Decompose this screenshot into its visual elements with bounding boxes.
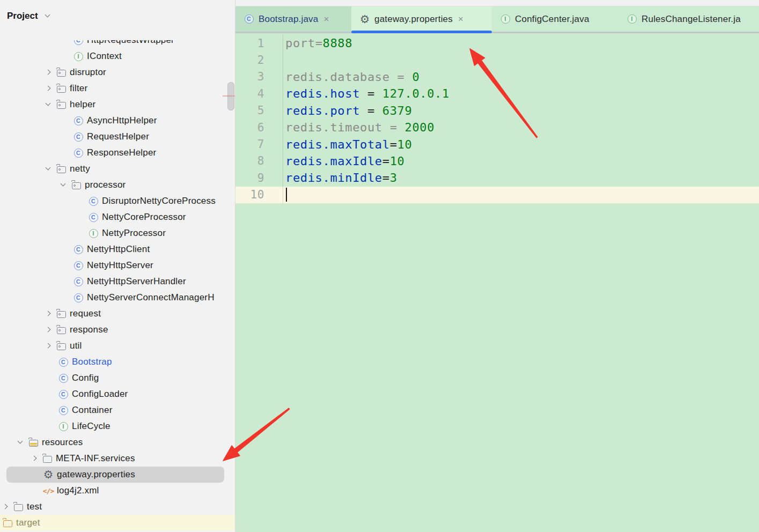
package-folder-icon <box>56 164 67 174</box>
tree-item-helper[interactable]: helper <box>0 97 235 113</box>
tab-configcenter-java[interactable]: I ConfigCenter.java <box>492 6 618 32</box>
tree-item-lifecycle[interactable]: I LifeCycle <box>0 418 235 434</box>
chevron-down-icon[interactable] <box>44 100 53 109</box>
tree-item-nettyserverconnectmanager[interactable]: C NettyServerConnectManagerH <box>0 290 235 306</box>
tab-gateway-properties[interactable]: ⚙ gateway.properties × <box>351 6 492 32</box>
code-line[interactable]: 9 redis.minIdle=3 <box>235 169 759 186</box>
code-line[interactable]: 1 port=8888 <box>235 35 759 51</box>
code-line[interactable]: 6 redis.timeout = 2000 <box>235 119 759 136</box>
interface-icon: I <box>73 51 84 62</box>
chevron-down-icon[interactable] <box>16 438 25 447</box>
tree-item-bootstrap[interactable]: C Bootstrap <box>0 354 235 370</box>
tree-item-disruptornettycoreprocessor[interactable]: C DisruptorNettyCoreProcess <box>0 193 235 209</box>
tree-item-nettycoreprocessor[interactable]: C NettyCoreProcessor <box>0 209 235 225</box>
class-icon: C <box>58 405 69 416</box>
code-line[interactable]: 7 redis.maxTotal=10 <box>235 136 759 152</box>
tree-item-configloader[interactable]: C ConfigLoader <box>0 386 235 402</box>
code-line[interactable]: 8 redis.maxIdle=10 <box>235 153 759 169</box>
tree-item-filter[interactable]: filter <box>0 80 235 97</box>
tree-item-config[interactable]: C Config <box>0 370 235 386</box>
class-icon: C <box>88 212 99 223</box>
project-views-chevron-icon[interactable] <box>43 12 52 20</box>
chevron-right-icon[interactable] <box>44 84 53 93</box>
tree-item-request[interactable]: request <box>0 306 235 322</box>
package-folder-icon <box>56 308 67 319</box>
tree-item-responsehelper[interactable]: C ResponseHelper <box>0 145 235 161</box>
code-text[interactable] <box>283 187 759 203</box>
folder-icon <box>13 501 24 512</box>
ide-window: C HttpRequestWrapper I IContext disrupto… <box>0 0 759 532</box>
tab-bar-top-strip <box>235 0 759 6</box>
chevron-right-icon[interactable] <box>44 309 53 318</box>
tree-item-nettyhttpserverhandler[interactable]: C NettyHttpServerHandler <box>0 274 235 290</box>
tree-item-response[interactable]: response <box>0 322 235 338</box>
code-line[interactable]: 4 redis.host = 127.0.0.1 <box>235 85 759 102</box>
tree-item-disruptor[interactable]: disruptor <box>0 64 235 80</box>
tree-item-util[interactable]: util <box>0 338 235 354</box>
tree-item-processor[interactable]: processor <box>0 177 235 193</box>
code-line-current[interactable]: 10 <box>235 187 759 203</box>
tree-item-requesthelper[interactable]: C RequestHelper <box>0 129 235 145</box>
tree-item-nettyprocessor[interactable]: I NettyProcessor <box>0 225 235 241</box>
chevron-right-icon[interactable] <box>30 454 39 463</box>
tree-item-httprequestwrapper[interactable]: C HttpRequestWrapper <box>0 40 235 48</box>
code-text[interactable]: redis.minIdle=3 <box>283 169 759 186</box>
tree-item-asynchttphelper[interactable]: C AsyncHttpHelper <box>0 113 235 129</box>
tree-item-container[interactable]: C Container <box>0 402 235 418</box>
code-text[interactable]: redis.host = 127.0.0.1 <box>283 85 759 102</box>
class-icon: C <box>58 373 69 383</box>
class-icon: C <box>73 276 84 287</box>
class-icon: C <box>73 115 84 126</box>
package-folder-icon <box>56 341 67 351</box>
tab-bootstrap-java[interactable]: C Bootstrap.java × <box>235 6 351 32</box>
chevron-right-icon[interactable] <box>44 68 53 77</box>
line-number: 1 <box>235 37 283 50</box>
tree-item-gateway-properties[interactable]: ⚙ gateway.properties <box>6 467 224 483</box>
code-line[interactable]: 2 <box>235 51 759 68</box>
tree-item-resources[interactable]: resources <box>0 434 235 450</box>
code-editor[interactable]: 1 port=8888 2 3 redis.database = 0 4 red… <box>235 33 759 532</box>
code-line[interactable]: 3 redis.database = 0 <box>235 69 759 85</box>
class-icon: C <box>73 147 84 158</box>
class-icon: C <box>73 260 84 271</box>
tree-item-nettyhttpserver[interactable]: C NettyHttpServer <box>0 257 235 274</box>
package-folder-icon <box>56 67 67 78</box>
project-panel: C HttpRequestWrapper I IContext disrupto… <box>0 0 235 532</box>
chevron-down-icon[interactable] <box>59 181 68 189</box>
code-text[interactable]: redis.database = 0 <box>283 69 759 85</box>
tree-item-netty[interactable]: netty <box>0 161 235 177</box>
tree-item-log4j2-xml[interactable]: </> log4j2.xml <box>0 483 235 499</box>
code-text[interactable]: port=8888 <box>283 35 759 51</box>
interface-icon: I <box>58 421 69 432</box>
chevron-right-icon[interactable] <box>1 503 10 511</box>
tree-item-icontext[interactable]: I IContext <box>0 48 235 64</box>
close-icon[interactable]: × <box>323 14 329 24</box>
close-icon[interactable]: × <box>458 14 463 24</box>
code-text[interactable] <box>283 51 759 68</box>
tree-item-meta-inf-services[interactable]: META-INF.services <box>0 450 235 467</box>
code-text[interactable]: redis.timeout = 2000 <box>283 119 759 136</box>
tree-item-nettyhttpclient[interactable]: C NettyHttpClient <box>0 241 235 257</box>
chevron-down-icon[interactable] <box>44 165 53 173</box>
tree-item-target[interactable]: target <box>0 515 235 531</box>
interface-icon: I <box>500 14 511 25</box>
folder-icon <box>42 453 53 464</box>
class-icon: C <box>88 196 99 206</box>
tab-ruleschangelistener-java[interactable]: I RulesChangeListener.ja <box>618 6 759 32</box>
line-number: 7 <box>235 138 283 151</box>
code-text[interactable]: redis.maxIdle=10 <box>283 153 759 169</box>
editor-area: C Bootstrap.java × ⚙ gateway.properties … <box>235 0 759 532</box>
class-icon: C <box>244 14 254 25</box>
code-text[interactable]: redis.maxTotal=10 <box>283 136 759 152</box>
code-text[interactable]: redis.port = 6379 <box>283 102 759 119</box>
line-number: 3 <box>235 70 283 83</box>
code-line[interactable]: 5 redis.port = 6379 <box>235 102 759 119</box>
chevron-right-icon[interactable] <box>44 326 53 334</box>
tree-item-test[interactable]: test <box>0 499 235 515</box>
resources-folder-icon <box>28 437 39 448</box>
class-icon: C <box>58 389 69 400</box>
xml-icon: </> <box>43 485 54 496</box>
chevron-right-icon[interactable] <box>44 342 53 350</box>
excluded-folder-icon <box>2 518 13 528</box>
line-number: 9 <box>235 172 283 184</box>
